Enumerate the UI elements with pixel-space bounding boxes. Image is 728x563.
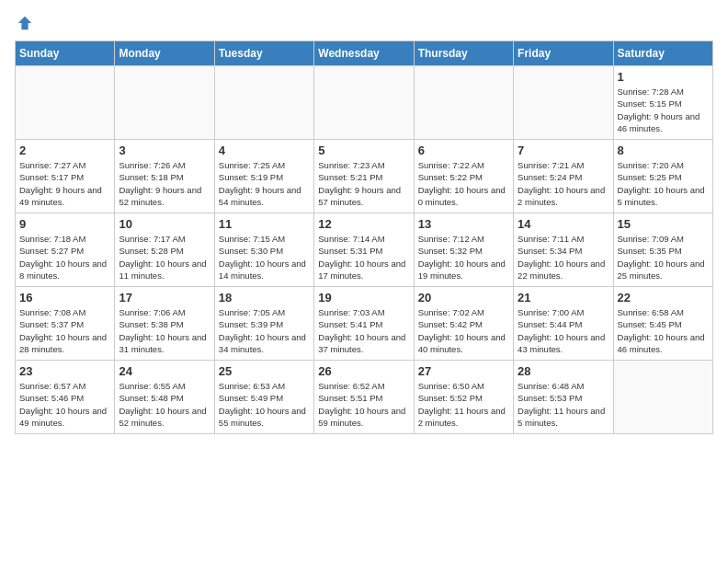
- day-number: 12: [318, 217, 409, 231]
- day-info: Sunrise: 7:27 AM Sunset: 5:17 PM Dayligh…: [19, 159, 110, 208]
- calendar-cell: 10Sunrise: 7:17 AM Sunset: 5:28 PM Dayli…: [115, 213, 214, 287]
- day-number: 9: [19, 217, 110, 231]
- calendar-cell: 28Sunrise: 6:48 AM Sunset: 5:53 PM Dayli…: [514, 361, 613, 434]
- calendar-cell: [214, 66, 313, 140]
- day-info: Sunrise: 7:17 AM Sunset: 5:28 PM Dayligh…: [119, 233, 210, 282]
- calendar-week-row: 2Sunrise: 7:27 AM Sunset: 5:17 PM Daylig…: [16, 140, 713, 213]
- calendar-cell: [115, 66, 214, 140]
- calendar-cell: 7Sunrise: 7:21 AM Sunset: 5:24 PM Daylig…: [514, 140, 613, 213]
- calendar-header-monday: Monday: [115, 41, 214, 66]
- day-number: 25: [219, 364, 310, 378]
- calendar-cell: 8Sunrise: 7:20 AM Sunset: 5:25 PM Daylig…: [613, 140, 712, 213]
- day-info: Sunrise: 7:12 AM Sunset: 5:32 PM Dayligh…: [418, 233, 509, 282]
- day-number: 10: [119, 217, 210, 231]
- day-number: 19: [318, 291, 409, 304]
- day-number: 4: [219, 144, 310, 157]
- calendar-cell: 21Sunrise: 7:00 AM Sunset: 5:44 PM Dayli…: [514, 287, 613, 361]
- day-info: Sunrise: 6:55 AM Sunset: 5:48 PM Dayligh…: [119, 380, 210, 429]
- calendar-cell: 19Sunrise: 7:03 AM Sunset: 5:41 PM Dayli…: [314, 287, 414, 361]
- day-number: 22: [618, 291, 709, 304]
- day-number: 2: [19, 144, 110, 157]
- day-info: Sunrise: 7:02 AM Sunset: 5:42 PM Dayligh…: [418, 306, 509, 355]
- calendar-cell: 25Sunrise: 6:53 AM Sunset: 5:49 PM Dayli…: [214, 361, 313, 434]
- day-number: 13: [418, 217, 509, 231]
- calendar-header-wednesday: Wednesday: [314, 41, 414, 66]
- calendar-cell: [16, 66, 115, 140]
- day-info: Sunrise: 6:48 AM Sunset: 5:53 PM Dayligh…: [518, 380, 609, 429]
- day-number: 8: [618, 144, 709, 157]
- logo-icon: [17, 15, 33, 31]
- day-number: 18: [219, 291, 310, 304]
- day-info: Sunrise: 6:58 AM Sunset: 5:45 PM Dayligh…: [618, 306, 709, 355]
- day-info: Sunrise: 7:20 AM Sunset: 5:25 PM Dayligh…: [618, 159, 709, 208]
- calendar-cell: [613, 361, 712, 434]
- calendar-cell: 3Sunrise: 7:26 AM Sunset: 5:18 PM Daylig…: [115, 140, 214, 213]
- calendar-header-saturday: Saturday: [613, 41, 712, 66]
- day-number: 16: [19, 291, 110, 304]
- day-info: Sunrise: 7:03 AM Sunset: 5:41 PM Dayligh…: [318, 306, 409, 355]
- calendar-cell: [314, 66, 414, 140]
- calendar-cell: 22Sunrise: 6:58 AM Sunset: 5:45 PM Dayli…: [613, 287, 712, 361]
- calendar-cell: 11Sunrise: 7:15 AM Sunset: 5:30 PM Dayli…: [214, 213, 313, 287]
- day-info: Sunrise: 7:05 AM Sunset: 5:39 PM Dayligh…: [219, 306, 310, 355]
- day-number: 11: [219, 217, 310, 231]
- day-info: Sunrise: 6:50 AM Sunset: 5:52 PM Dayligh…: [418, 380, 509, 429]
- day-number: 7: [518, 144, 609, 157]
- day-info: Sunrise: 7:18 AM Sunset: 5:27 PM Dayligh…: [19, 233, 110, 282]
- calendar-table: SundayMondayTuesdayWednesdayThursdayFrid…: [15, 40, 713, 434]
- calendar-cell: 24Sunrise: 6:55 AM Sunset: 5:48 PM Dayli…: [115, 361, 214, 434]
- day-number: 23: [19, 364, 110, 378]
- day-number: 14: [518, 217, 609, 231]
- calendar-header-row: SundayMondayTuesdayWednesdayThursdayFrid…: [16, 41, 713, 66]
- calendar-cell: 2Sunrise: 7:27 AM Sunset: 5:17 PM Daylig…: [16, 140, 115, 213]
- calendar-header-friday: Friday: [514, 41, 613, 66]
- calendar-cell: [414, 66, 513, 140]
- calendar-cell: 18Sunrise: 7:05 AM Sunset: 5:39 PM Dayli…: [214, 287, 313, 361]
- calendar-cell: 27Sunrise: 6:50 AM Sunset: 5:52 PM Dayli…: [414, 361, 513, 434]
- calendar-header-tuesday: Tuesday: [214, 41, 313, 66]
- day-info: Sunrise: 7:08 AM Sunset: 5:37 PM Dayligh…: [19, 306, 110, 355]
- day-info: Sunrise: 7:15 AM Sunset: 5:30 PM Dayligh…: [219, 233, 310, 282]
- calendar-cell: 6Sunrise: 7:22 AM Sunset: 5:22 PM Daylig…: [414, 140, 513, 213]
- day-info: Sunrise: 7:14 AM Sunset: 5:31 PM Dayligh…: [318, 233, 409, 282]
- day-number: 20: [418, 291, 509, 304]
- calendar-header-thursday: Thursday: [414, 41, 513, 66]
- day-number: 3: [119, 144, 210, 157]
- calendar-cell: 17Sunrise: 7:06 AM Sunset: 5:38 PM Dayli…: [115, 287, 214, 361]
- day-number: 17: [119, 291, 210, 304]
- calendar-cell: 9Sunrise: 7:18 AM Sunset: 5:27 PM Daylig…: [16, 213, 115, 287]
- day-info: Sunrise: 7:09 AM Sunset: 5:35 PM Dayligh…: [618, 233, 709, 282]
- day-number: 6: [418, 144, 509, 157]
- day-number: 28: [518, 364, 609, 378]
- calendar-cell: 15Sunrise: 7:09 AM Sunset: 5:35 PM Dayli…: [613, 213, 712, 287]
- calendar-cell: 23Sunrise: 6:57 AM Sunset: 5:46 PM Dayli…: [16, 361, 115, 434]
- calendar-cell: 16Sunrise: 7:08 AM Sunset: 5:37 PM Dayli…: [16, 287, 115, 361]
- calendar-cell: 14Sunrise: 7:11 AM Sunset: 5:34 PM Dayli…: [514, 213, 613, 287]
- day-number: 21: [518, 291, 609, 304]
- day-info: Sunrise: 7:06 AM Sunset: 5:38 PM Dayligh…: [119, 306, 210, 355]
- calendar-cell: 1Sunrise: 7:28 AM Sunset: 5:15 PM Daylig…: [613, 66, 712, 140]
- day-info: Sunrise: 7:22 AM Sunset: 5:22 PM Dayligh…: [418, 159, 509, 208]
- day-number: 27: [418, 364, 509, 378]
- day-info: Sunrise: 7:21 AM Sunset: 5:24 PM Dayligh…: [518, 159, 609, 208]
- calendar-cell: 5Sunrise: 7:23 AM Sunset: 5:21 PM Daylig…: [314, 140, 414, 213]
- day-info: Sunrise: 7:23 AM Sunset: 5:21 PM Dayligh…: [318, 159, 409, 208]
- day-info: Sunrise: 7:25 AM Sunset: 5:19 PM Dayligh…: [219, 159, 310, 208]
- day-info: Sunrise: 6:53 AM Sunset: 5:49 PM Dayligh…: [219, 380, 310, 429]
- day-number: 1: [618, 70, 709, 84]
- day-number: 5: [318, 144, 409, 157]
- calendar-cell: [514, 66, 613, 140]
- calendar-cell: 12Sunrise: 7:14 AM Sunset: 5:31 PM Dayli…: [314, 213, 414, 287]
- calendar-cell: 4Sunrise: 7:25 AM Sunset: 5:19 PM Daylig…: [214, 140, 313, 213]
- header: [15, 15, 713, 31]
- calendar-cell: 26Sunrise: 6:52 AM Sunset: 5:51 PM Dayli…: [314, 361, 414, 434]
- day-number: 26: [318, 364, 409, 378]
- calendar-cell: 20Sunrise: 7:02 AM Sunset: 5:42 PM Dayli…: [414, 287, 513, 361]
- calendar-header-sunday: Sunday: [16, 41, 115, 66]
- day-info: Sunrise: 6:52 AM Sunset: 5:51 PM Dayligh…: [318, 380, 409, 429]
- day-info: Sunrise: 7:00 AM Sunset: 5:44 PM Dayligh…: [518, 306, 609, 355]
- calendar-cell: 13Sunrise: 7:12 AM Sunset: 5:32 PM Dayli…: [414, 213, 513, 287]
- calendar-week-row: 1Sunrise: 7:28 AM Sunset: 5:15 PM Daylig…: [16, 66, 713, 140]
- day-number: 24: [119, 364, 210, 378]
- day-number: 15: [618, 217, 709, 231]
